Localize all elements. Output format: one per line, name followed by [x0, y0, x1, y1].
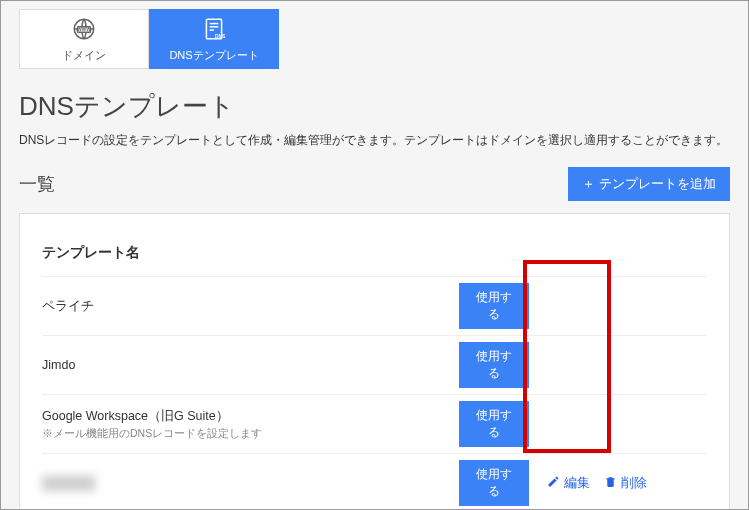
- delete-button[interactable]: 削除: [604, 475, 647, 492]
- edit-button[interactable]: 編集: [547, 475, 590, 492]
- use-button[interactable]: 使用する: [459, 283, 529, 329]
- page-description: DNSレコードの設定をテンプレートとして作成・編集管理ができます。テンプレートは…: [19, 132, 730, 149]
- template-list-card: テンプレート名 ペライチ 使用する Jimdo 使用する Google Work…: [19, 213, 730, 510]
- globe-www-icon: WWW: [71, 16, 97, 46]
- tab-dns-template-label: DNSテンプレート: [169, 48, 258, 63]
- column-header-name: テンプレート名: [42, 244, 707, 276]
- table-row: Google Workspace（旧G Suite） ※メール機能用のDNSレコ…: [42, 394, 707, 453]
- tab-domain-label: ドメイン: [62, 48, 106, 63]
- tab-domain[interactable]: WWW ドメイン: [19, 9, 149, 69]
- template-name: Jimdo: [42, 358, 459, 372]
- template-name-hidden: ██████: [42, 476, 459, 490]
- pencil-icon: [547, 475, 560, 491]
- trash-icon: [604, 475, 617, 491]
- use-button[interactable]: 使用する: [459, 401, 529, 447]
- tab-dns-template[interactable]: DNS DNSテンプレート: [149, 9, 279, 69]
- use-button[interactable]: 使用する: [459, 342, 529, 388]
- template-note: ※メール機能用のDNSレコードを設定します: [42, 427, 459, 441]
- page-title: DNSテンプレート: [19, 89, 730, 124]
- template-name: ペライチ: [42, 298, 459, 315]
- template-name: Google Workspace（旧G Suite） ※メール機能用のDNSレコ…: [42, 408, 459, 441]
- list-section-title: 一覧: [19, 172, 55, 196]
- use-button[interactable]: 使用する: [459, 460, 529, 506]
- svg-text:DNS: DNS: [215, 33, 226, 38]
- table-row: ██████ 使用する 編集 削除: [42, 453, 707, 510]
- table-row: ペライチ 使用する: [42, 276, 707, 335]
- svg-text:WWW: WWW: [78, 27, 92, 32]
- add-template-button[interactable]: ＋ テンプレートを追加: [568, 167, 730, 201]
- table-row: Jimdo 使用する: [42, 335, 707, 394]
- dns-document-icon: DNS: [201, 16, 227, 46]
